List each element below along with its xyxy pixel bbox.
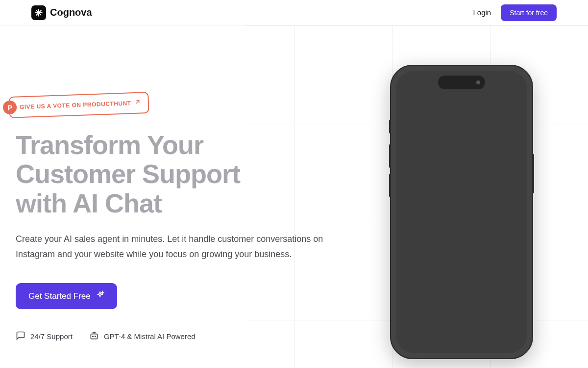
svg-rect-0 <box>91 334 97 339</box>
sparkle-icon <box>96 290 104 302</box>
nav-actions: Login Start for free <box>473 4 557 21</box>
hero-content: P GIVE US A VOTE ON PRODUCTHUNT Transfor… <box>16 65 359 359</box>
phone-frame <box>390 65 533 359</box>
feature-support-label: 24/7 Support <box>30 332 73 341</box>
phone-notch <box>438 76 485 89</box>
header: Cognova Login Start for free <box>0 0 588 26</box>
hero-title-line1: Transform Your <box>16 130 203 159</box>
hero-subtitle: Create your AI sales agent in minutes. L… <box>16 232 339 262</box>
phone-volume-up <box>389 144 391 168</box>
svg-point-1 <box>93 336 94 337</box>
phone-power-button <box>532 154 534 193</box>
producthunt-text: GIVE US A VOTE ON PRODUCTHUNT <box>20 100 131 110</box>
hero-phone-mockup <box>378 65 545 359</box>
producthunt-logo-icon: P <box>3 100 17 114</box>
feature-support: 24/7 Support <box>16 331 73 342</box>
feature-ai: GPT-4 & Mistral AI Powered <box>89 331 196 342</box>
phone-camera-icon <box>476 80 480 84</box>
start-free-button[interactable]: Start for free <box>501 4 557 21</box>
login-link[interactable]: Login <box>473 8 491 17</box>
svg-point-2 <box>95 336 96 337</box>
chat-icon <box>16 331 25 342</box>
producthunt-badge[interactable]: P GIVE US A VOTE ON PRODUCTHUNT <box>8 92 149 118</box>
external-link-icon <box>134 99 141 107</box>
hero-title: Transform Your Customer Support with AI … <box>16 131 359 218</box>
phone-volume-down <box>389 174 391 197</box>
hero-section: P GIVE US A VOTE ON PRODUCTHUNT Transfor… <box>0 26 588 359</box>
phone-mute-switch <box>389 120 391 133</box>
get-started-button[interactable]: Get Started Free <box>16 283 117 309</box>
brand-logo-icon <box>31 5 46 20</box>
hero-title-line3: with AI Chat <box>16 188 162 218</box>
feature-ai-label: GPT-4 & Mistral AI Powered <box>104 332 196 341</box>
hero-title-line2: Customer Support <box>16 159 240 188</box>
cta-label: Get Started Free <box>28 291 91 301</box>
phone-screen <box>396 71 527 353</box>
brand-name: Cognova <box>50 7 92 18</box>
feature-list: 24/7 Support GPT-4 & Mistral AI Powered <box>16 331 359 342</box>
bot-icon <box>89 331 99 342</box>
brand[interactable]: Cognova <box>31 5 92 20</box>
